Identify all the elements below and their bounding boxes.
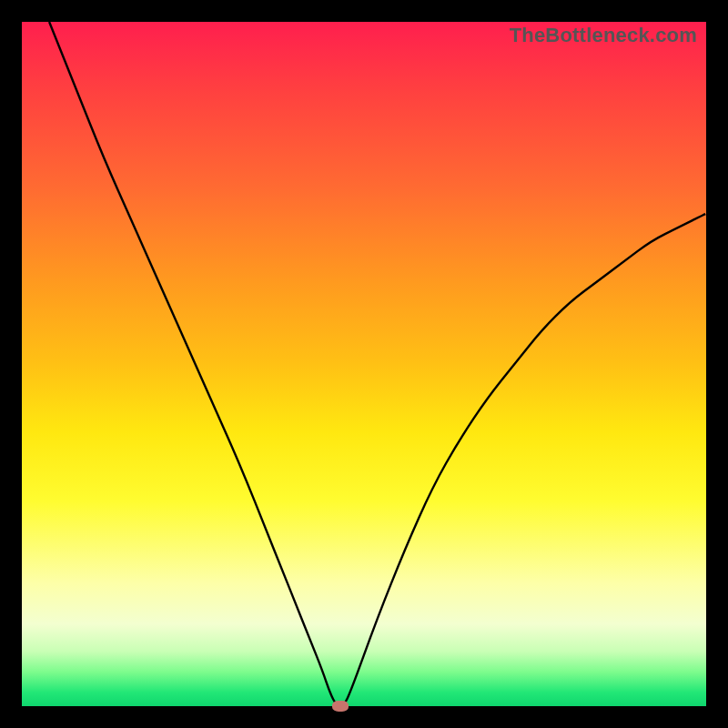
chart-frame: TheBottleneck.com (0, 0, 728, 728)
curve-path (49, 22, 706, 706)
optimal-point-marker (332, 701, 349, 712)
plot-area: TheBottleneck.com (22, 22, 706, 706)
bottleneck-curve (22, 22, 706, 706)
